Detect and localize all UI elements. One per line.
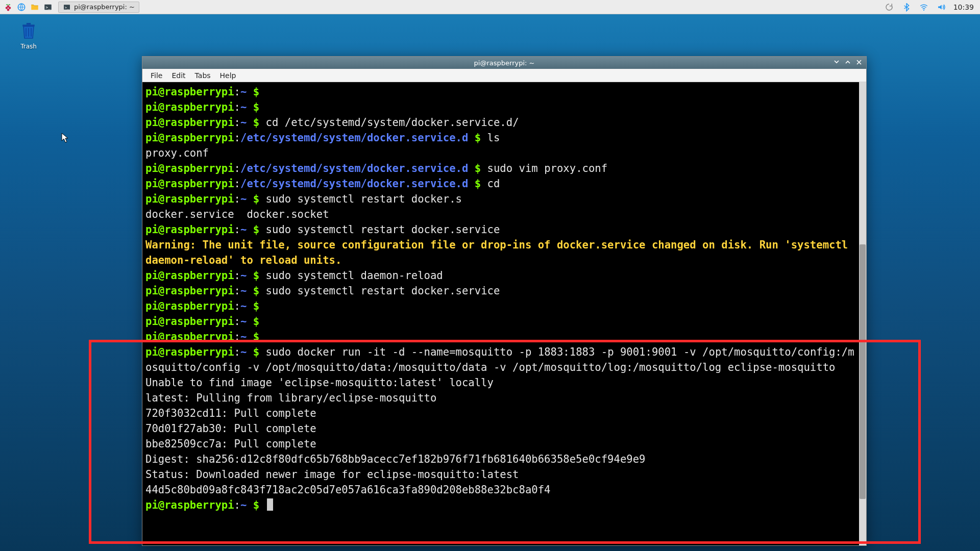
- window-menubar: File Edit Tabs Help: [142, 69, 866, 82]
- svg-rect-11: [27, 23, 31, 24]
- scrollbar-thumb[interactable]: [860, 244, 866, 499]
- svg-rect-10: [22, 24, 34, 27]
- web-browser-icon[interactable]: [16, 2, 27, 12]
- menu-help[interactable]: Help: [216, 70, 240, 81]
- file-manager-icon[interactable]: [30, 2, 40, 12]
- taskbar-clock[interactable]: 10:39: [953, 3, 974, 11]
- svg-text:>_: >_: [65, 5, 69, 9]
- menu-file[interactable]: File: [146, 70, 166, 81]
- terminal-output[interactable]: pi@raspberrypi:~ $ pi@raspberrypi:~ $ pi…: [142, 82, 859, 545]
- window-minimize-button[interactable]: [832, 58, 841, 66]
- window-titlebar[interactable]: pi@raspberrypi: ~: [142, 57, 866, 69]
- updates-icon[interactable]: [884, 2, 894, 12]
- terminal-window: pi@raspberrypi: ~ File Edit Tabs Help pi…: [142, 56, 867, 546]
- trash-icon: [18, 20, 39, 41]
- wifi-icon[interactable]: [919, 2, 929, 12]
- svg-point-3: [7, 5, 10, 8]
- terminal-cursor: [267, 498, 273, 511]
- desktop-trash[interactable]: Trash: [13, 20, 44, 50]
- terminal-body[interactable]: pi@raspberrypi:~ $ pi@raspberrypi:~ $ pi…: [142, 82, 866, 545]
- menu-raspberry-icon[interactable]: [3, 2, 13, 12]
- mouse-cursor-icon: [61, 133, 68, 143]
- svg-point-2: [7, 9, 10, 11]
- window-maximize-button[interactable]: [844, 58, 852, 66]
- bluetooth-icon[interactable]: [901, 2, 912, 12]
- svg-text:>_: >_: [46, 5, 51, 10]
- svg-point-9: [923, 9, 924, 10]
- taskbar-task-label: pi@raspberrypi: ~: [74, 3, 135, 11]
- taskbar-task-terminal[interactable]: >_ pi@raspberrypi: ~: [58, 2, 139, 13]
- menu-edit[interactable]: Edit: [167, 70, 189, 81]
- taskbar-launchers: >_ >_ pi@raspberrypi: ~: [0, 2, 139, 13]
- terminal-launcher-icon[interactable]: >_: [43, 2, 53, 12]
- taskbar-tray: 10:39: [884, 2, 980, 12]
- menu-tabs[interactable]: Tabs: [191, 70, 215, 81]
- desktop-trash-label: Trash: [20, 43, 37, 50]
- volume-icon[interactable]: [936, 2, 946, 12]
- taskbar: >_ >_ pi@raspberrypi: ~ 10:39: [0, 0, 980, 14]
- window-title: pi@raspberrypi: ~: [474, 59, 535, 67]
- terminal-scrollbar[interactable]: [859, 82, 866, 545]
- window-close-button[interactable]: [855, 58, 863, 66]
